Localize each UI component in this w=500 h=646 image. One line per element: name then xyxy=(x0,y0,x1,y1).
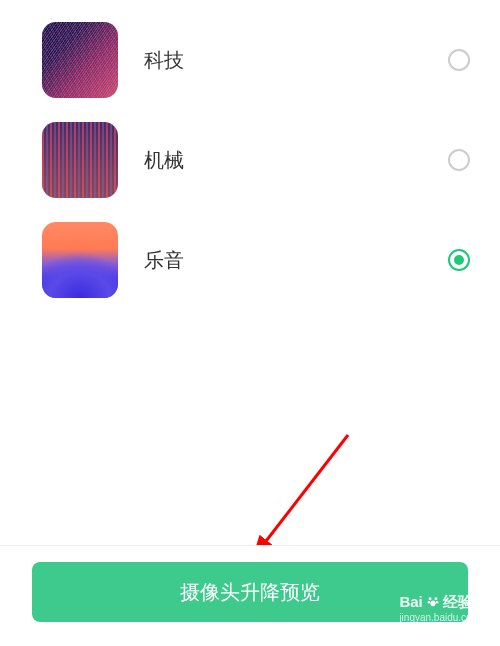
bottom-action-bar: 摄像头升降预览 xyxy=(0,545,500,646)
radio-selected-icon[interactable] xyxy=(448,249,470,271)
svg-line-1 xyxy=(263,435,348,545)
camera-preview-button[interactable]: 摄像头升降预览 xyxy=(32,562,468,622)
mechanical-thumbnail xyxy=(42,122,118,198)
tech-thumbnail xyxy=(42,22,118,98)
annotation-arrow-icon xyxy=(253,425,373,565)
option-label: 乐音 xyxy=(144,247,448,274)
option-item-mechanical[interactable]: 机械 xyxy=(0,110,500,210)
sound-theme-option-list: 科技 机械 乐音 xyxy=(0,0,500,320)
option-label: 机械 xyxy=(144,147,448,174)
option-label: 科技 xyxy=(144,47,448,74)
option-item-sound[interactable]: 乐音 xyxy=(0,210,500,310)
radio-unselected-icon[interactable] xyxy=(448,49,470,71)
radio-unselected-icon[interactable] xyxy=(448,149,470,171)
sound-thumbnail xyxy=(42,222,118,298)
option-item-tech[interactable]: 科技 xyxy=(0,10,500,110)
